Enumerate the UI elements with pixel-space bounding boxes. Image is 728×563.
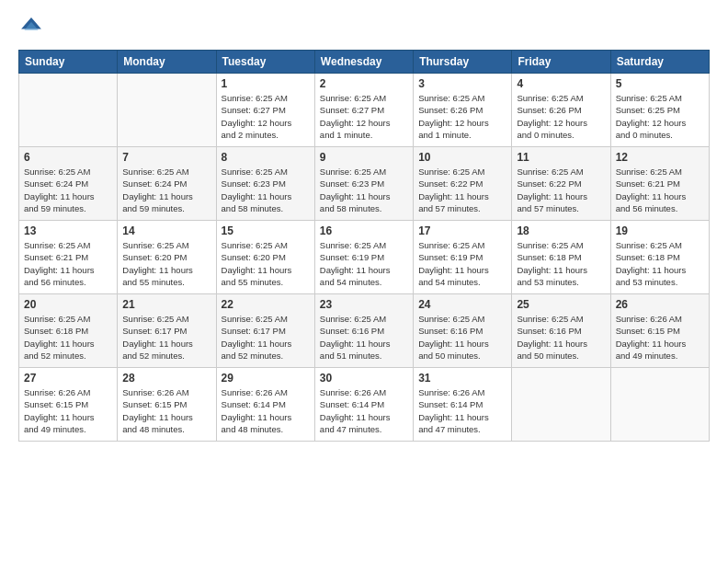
day-cell: [118, 74, 216, 147]
logo: [18, 15, 48, 40]
day-number: 4: [517, 77, 605, 90]
day-cell: 30Sunrise: 6:26 AM Sunset: 6:14 PM Dayli…: [314, 368, 413, 442]
day-cell: 4Sunrise: 6:25 AM Sunset: 6:26 PM Daylig…: [512, 74, 610, 147]
week-row-4: 20Sunrise: 6:25 AM Sunset: 6:18 PM Dayli…: [19, 294, 710, 368]
day-number: 7: [122, 151, 210, 164]
th-sunday: Sunday: [19, 51, 118, 74]
day-info: Sunrise: 6:25 AM Sunset: 6:17 PM Dayligh…: [222, 313, 310, 362]
day-number: 18: [517, 224, 605, 237]
day-cell: 24Sunrise: 6:25 AM Sunset: 6:16 PM Dayli…: [414, 294, 512, 368]
th-monday: Monday: [118, 51, 216, 74]
day-info: Sunrise: 6:25 AM Sunset: 6:16 PM Dayligh…: [517, 313, 605, 362]
day-number: 29: [222, 372, 310, 385]
day-info: Sunrise: 6:25 AM Sunset: 6:19 PM Dayligh…: [418, 239, 506, 288]
day-cell: [610, 368, 709, 442]
day-info: Sunrise: 6:25 AM Sunset: 6:18 PM Dayligh…: [517, 239, 605, 288]
day-info: Sunrise: 6:25 AM Sunset: 6:18 PM Dayligh…: [616, 239, 704, 288]
day-number: 12: [616, 151, 704, 164]
day-info: Sunrise: 6:25 AM Sunset: 6:21 PM Dayligh…: [24, 239, 112, 288]
day-number: 30: [320, 372, 408, 385]
logo-icon: [18, 15, 44, 40]
day-cell: 19Sunrise: 6:25 AM Sunset: 6:18 PM Dayli…: [610, 221, 709, 294]
week-row-3: 13Sunrise: 6:25 AM Sunset: 6:21 PM Dayli…: [19, 221, 710, 294]
day-cell: 21Sunrise: 6:25 AM Sunset: 6:17 PM Dayli…: [118, 294, 216, 368]
header-row: Sunday Monday Tuesday Wednesday Thursday…: [19, 51, 710, 74]
day-number: 25: [517, 298, 605, 311]
day-cell: 12Sunrise: 6:25 AM Sunset: 6:21 PM Dayli…: [610, 147, 709, 221]
day-info: Sunrise: 6:25 AM Sunset: 6:24 PM Dayligh…: [24, 166, 112, 214]
day-number: 21: [122, 298, 210, 311]
day-cell: 14Sunrise: 6:25 AM Sunset: 6:20 PM Dayli…: [118, 221, 216, 294]
day-cell: 13Sunrise: 6:25 AM Sunset: 6:21 PM Dayli…: [19, 221, 118, 294]
day-number: 31: [418, 372, 506, 385]
day-number: 15: [222, 224, 310, 237]
day-info: Sunrise: 6:25 AM Sunset: 6:25 PM Dayligh…: [616, 92, 704, 141]
day-cell: [19, 74, 118, 147]
day-number: 3: [418, 77, 506, 90]
th-wednesday: Wednesday: [314, 51, 413, 74]
day-info: Sunrise: 6:26 AM Sunset: 6:14 PM Dayligh…: [222, 386, 310, 435]
day-info: Sunrise: 6:25 AM Sunset: 6:27 PM Dayligh…: [222, 92, 310, 141]
day-cell: 10Sunrise: 6:25 AM Sunset: 6:22 PM Dayli…: [414, 147, 512, 221]
day-info: Sunrise: 6:25 AM Sunset: 6:18 PM Dayligh…: [24, 313, 112, 362]
day-number: 16: [320, 224, 408, 237]
day-number: 1: [222, 77, 310, 90]
day-info: Sunrise: 6:25 AM Sunset: 6:19 PM Dayligh…: [320, 239, 408, 288]
day-cell: 22Sunrise: 6:25 AM Sunset: 6:17 PM Dayli…: [216, 294, 314, 368]
day-number: 24: [418, 298, 506, 311]
day-info: Sunrise: 6:25 AM Sunset: 6:27 PM Dayligh…: [320, 92, 408, 141]
th-tuesday: Tuesday: [216, 51, 314, 74]
day-cell: 28Sunrise: 6:26 AM Sunset: 6:15 PM Dayli…: [118, 368, 216, 442]
day-cell: 29Sunrise: 6:26 AM Sunset: 6:14 PM Dayli…: [216, 368, 314, 442]
day-number: 19: [616, 224, 704, 237]
day-cell: 9Sunrise: 6:25 AM Sunset: 6:23 PM Daylig…: [314, 147, 413, 221]
day-cell: 8Sunrise: 6:25 AM Sunset: 6:23 PM Daylig…: [216, 147, 314, 221]
day-number: 9: [320, 151, 408, 164]
day-cell: 15Sunrise: 6:25 AM Sunset: 6:20 PM Dayli…: [216, 221, 314, 294]
day-number: 20: [24, 298, 112, 311]
page: Sunday Monday Tuesday Wednesday Thursday…: [0, 0, 728, 563]
day-cell: 25Sunrise: 6:25 AM Sunset: 6:16 PM Dayli…: [512, 294, 610, 368]
day-number: 13: [24, 224, 112, 237]
day-info: Sunrise: 6:25 AM Sunset: 6:22 PM Dayligh…: [517, 166, 605, 214]
day-cell: 18Sunrise: 6:25 AM Sunset: 6:18 PM Dayli…: [512, 221, 610, 294]
day-cell: 23Sunrise: 6:25 AM Sunset: 6:16 PM Dayli…: [314, 294, 413, 368]
th-friday: Friday: [512, 51, 610, 74]
day-info: Sunrise: 6:25 AM Sunset: 6:22 PM Dayligh…: [418, 166, 506, 214]
day-number: 27: [24, 372, 112, 385]
calendar-table: Sunday Monday Tuesday Wednesday Thursday…: [18, 50, 710, 442]
th-thursday: Thursday: [414, 51, 512, 74]
day-cell: 7Sunrise: 6:25 AM Sunset: 6:24 PM Daylig…: [118, 147, 216, 221]
week-row-5: 27Sunrise: 6:26 AM Sunset: 6:15 PM Dayli…: [19, 368, 710, 442]
day-number: 11: [517, 151, 605, 164]
day-number: 28: [122, 372, 210, 385]
day-cell: 3Sunrise: 6:25 AM Sunset: 6:26 PM Daylig…: [414, 74, 512, 147]
day-info: Sunrise: 6:26 AM Sunset: 6:15 PM Dayligh…: [24, 386, 112, 435]
day-cell: 1Sunrise: 6:25 AM Sunset: 6:27 PM Daylig…: [216, 74, 314, 147]
day-number: 5: [616, 77, 704, 90]
day-cell: 31Sunrise: 6:26 AM Sunset: 6:14 PM Dayli…: [414, 368, 512, 442]
day-info: Sunrise: 6:26 AM Sunset: 6:14 PM Dayligh…: [418, 386, 506, 435]
day-info: Sunrise: 6:25 AM Sunset: 6:20 PM Dayligh…: [222, 239, 310, 288]
day-info: Sunrise: 6:26 AM Sunset: 6:15 PM Dayligh…: [616, 313, 704, 362]
day-number: 8: [222, 151, 310, 164]
day-number: 2: [320, 77, 408, 90]
day-info: Sunrise: 6:25 AM Sunset: 6:21 PM Dayligh…: [616, 166, 704, 214]
day-number: 14: [122, 224, 210, 237]
day-cell: 16Sunrise: 6:25 AM Sunset: 6:19 PM Dayli…: [314, 221, 413, 294]
day-info: Sunrise: 6:25 AM Sunset: 6:23 PM Dayligh…: [320, 166, 408, 214]
day-cell: 11Sunrise: 6:25 AM Sunset: 6:22 PM Dayli…: [512, 147, 610, 221]
day-cell: 26Sunrise: 6:26 AM Sunset: 6:15 PM Dayli…: [610, 294, 709, 368]
day-number: 17: [418, 224, 506, 237]
day-cell: 5Sunrise: 6:25 AM Sunset: 6:25 PM Daylig…: [610, 74, 709, 147]
day-info: Sunrise: 6:25 AM Sunset: 6:16 PM Dayligh…: [320, 313, 408, 362]
day-cell: [512, 368, 610, 442]
day-info: Sunrise: 6:25 AM Sunset: 6:23 PM Dayligh…: [222, 166, 310, 214]
day-number: 23: [320, 298, 408, 311]
day-cell: 27Sunrise: 6:26 AM Sunset: 6:15 PM Dayli…: [19, 368, 118, 442]
day-info: Sunrise: 6:25 AM Sunset: 6:24 PM Dayligh…: [122, 166, 210, 214]
day-number: 6: [24, 151, 112, 164]
day-cell: 2Sunrise: 6:25 AM Sunset: 6:27 PM Daylig…: [314, 74, 413, 147]
day-number: 26: [616, 298, 704, 311]
day-number: 10: [418, 151, 506, 164]
